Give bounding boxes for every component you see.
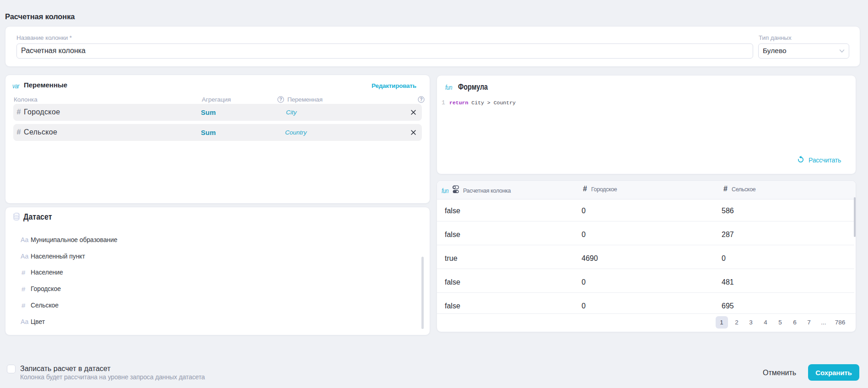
svg-text:?: ? (279, 97, 282, 102)
svg-text:?: ? (420, 97, 422, 102)
